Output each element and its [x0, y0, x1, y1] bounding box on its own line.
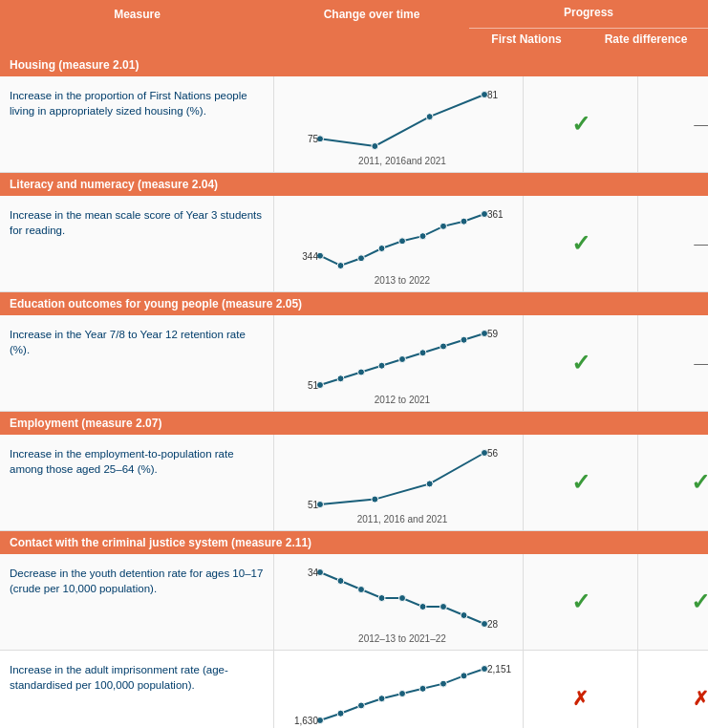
dash-icon: – –: [694, 236, 706, 251]
first-nations-progress: ✓: [524, 196, 638, 291]
svg-point-53: [378, 696, 385, 702]
svg-point-54: [399, 691, 406, 697]
svg-text:81: 81: [487, 90, 499, 100]
rate-difference-progress: ✗: [638, 651, 708, 728]
measure-text: Increase in the employment-to-population…: [0, 435, 274, 530]
chart-cell: 34 28 2012–13 to 2021–22: [274, 554, 524, 650]
chart-cell: 51 56 2011, 2016 and 2021: [274, 435, 524, 530]
svg-point-40: [358, 587, 365, 593]
section-header: Education outcomes for young people (mea…: [0, 292, 708, 315]
cross-icon: ✗: [693, 687, 709, 710]
check-icon: ✓: [571, 469, 590, 496]
header-rate-difference: Rate difference: [584, 29, 708, 54]
svg-point-20: [337, 375, 344, 382]
section-header: Literacy and numeracy (measure 2.04): [0, 173, 708, 196]
svg-point-2: [426, 114, 433, 120]
header-change: Change over time: [274, 0, 469, 29]
dash-icon: – –: [694, 355, 706, 371]
header-first-nations: First Nations: [469, 29, 584, 54]
dash-icon: – –: [694, 117, 706, 132]
rate-difference-progress: – –: [638, 76, 708, 172]
svg-text:344: 344: [302, 251, 318, 262]
svg-text:51: 51: [308, 500, 319, 510]
rate-difference-progress: ✓: [638, 435, 708, 530]
svg-point-45: [461, 612, 467, 619]
sections-container: Housing (measure 2.01) Increase in the p…: [0, 54, 708, 728]
rate-difference-progress: ✓: [638, 554, 708, 650]
measure-text: Increase in the mean scale score of Year…: [0, 196, 274, 291]
svg-text:2013 to 2022: 2013 to 2022: [375, 275, 431, 286]
check-icon: ✓: [571, 111, 590, 138]
chart-cell: 344 361 2013 to 2022: [274, 196, 524, 291]
svg-point-56: [440, 680, 447, 687]
rate-difference-progress: – –: [638, 315, 708, 411]
svg-text:1,630: 1,630: [294, 716, 318, 726]
svg-point-22: [378, 362, 385, 369]
measure-text: Increase in the Year 7/8 to Year 12 rete…: [0, 315, 274, 411]
svg-point-21: [358, 369, 365, 375]
check-icon: ✓: [691, 469, 708, 496]
svg-point-42: [399, 595, 406, 602]
svg-text:34: 34: [308, 567, 319, 578]
svg-text:2011, 2016and 2021: 2011, 2016and 2021: [358, 156, 446, 166]
svg-point-39: [337, 578, 344, 585]
svg-point-23: [399, 356, 406, 363]
chart-cell: 51 59 2012 to 2021: [274, 315, 524, 411]
chart-cell: 75 81 2011, 2016and 2021: [274, 76, 524, 172]
header-measure: Measure: [0, 0, 274, 29]
check-icon: ✓: [571, 589, 590, 615]
svg-point-12: [419, 233, 426, 240]
section-header: Contact with the criminal justice system…: [0, 531, 708, 554]
svg-point-43: [419, 604, 426, 610]
svg-point-44: [440, 604, 447, 610]
svg-text:75: 75: [308, 134, 319, 144]
svg-point-51: [337, 710, 344, 717]
svg-text:56: 56: [487, 448, 499, 459]
table-row: Decrease in the youth detention rate for…: [0, 554, 708, 651]
svg-text:28: 28: [487, 619, 499, 630]
svg-point-24: [419, 350, 426, 356]
measure-text: Increase in the proportion of First Nati…: [0, 76, 274, 172]
table-row: Increase in the proportion of First Nati…: [0, 76, 708, 173]
svg-point-25: [440, 343, 447, 350]
first-nations-progress: ✓: [524, 76, 638, 172]
svg-point-10: [378, 246, 385, 252]
svg-point-8: [337, 263, 344, 269]
svg-point-1: [372, 143, 378, 150]
table-row: Increase in the employment-to-population…: [0, 435, 708, 531]
main-table: Measure Change over time Progress First …: [0, 0, 708, 728]
table-row: Increase in the Year 7/8 to Year 12 rete…: [0, 315, 708, 412]
table-row: Increase in the mean scale score of Year…: [0, 196, 708, 292]
check-icon: ✓: [691, 589, 708, 615]
first-nations-progress: ✗: [524, 651, 638, 728]
svg-point-57: [461, 673, 467, 679]
first-nations-progress: ✓: [524, 315, 638, 411]
measure-text: Increase in the adult imprisonment rate …: [0, 651, 274, 728]
check-icon: ✓: [571, 350, 590, 376]
svg-text:2012 to 2021: 2012 to 2021: [375, 395, 431, 405]
svg-text:2012–13 to 2021–22: 2012–13 to 2021–22: [358, 633, 446, 644]
check-icon: ✓: [571, 230, 590, 257]
svg-point-26: [461, 336, 467, 343]
svg-point-55: [419, 685, 426, 692]
rate-difference-progress: – –: [638, 196, 708, 291]
cross-icon: ✗: [572, 687, 589, 710]
svg-text:2,151: 2,151: [487, 664, 511, 674]
section-header: Employment (measure 2.07): [0, 412, 708, 435]
svg-point-52: [358, 702, 365, 709]
first-nations-progress: ✓: [524, 554, 638, 650]
table-row: Increase in the adult imprisonment rate …: [0, 651, 708, 728]
svg-point-13: [440, 223, 447, 229]
first-nations-progress: ✓: [524, 435, 638, 530]
svg-point-9: [358, 255, 365, 262]
svg-text:51: 51: [308, 380, 319, 391]
chart-cell: 1,630 2,151 2013 to 2022: [274, 651, 524, 728]
svg-text:2011, 2016 and 2021: 2011, 2016 and 2021: [357, 514, 448, 525]
svg-point-41: [378, 595, 385, 602]
measure-text: Decrease in the youth detention rate for…: [0, 554, 274, 650]
section-header: Housing (measure 2.01): [0, 54, 708, 76]
svg-point-11: [399, 238, 406, 245]
header-progress: Progress: [469, 0, 708, 29]
svg-point-33: [426, 481, 433, 487]
svg-point-14: [461, 218, 467, 225]
